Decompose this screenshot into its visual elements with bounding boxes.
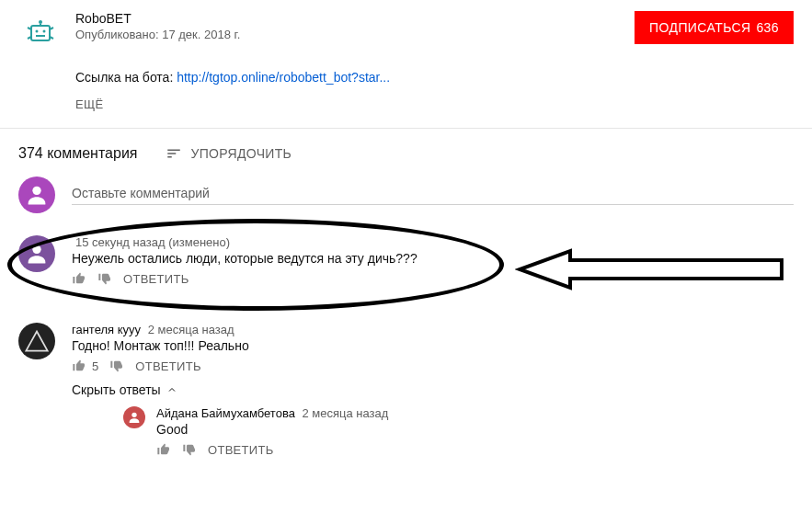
thumb-up-icon[interactable] [72, 359, 86, 373]
comments-count: 374 комментария [18, 145, 138, 162]
svg-point-4 [36, 30, 39, 33]
subscribe-button[interactable]: ПОДПИСАТЬСЯ 636 [635, 11, 794, 44]
comment-time[interactable]: 2 месяца назад [148, 323, 234, 336]
my-avatar[interactable] [18, 177, 55, 213]
comment-text: Годно! Монтаж топ!!! Реально [72, 338, 794, 353]
svg-point-13 [132, 413, 136, 417]
thumb-down-icon[interactable] [109, 359, 124, 373]
triangle-icon [24, 328, 50, 354]
subscribe-label: ПОДПИСАТЬСЯ [649, 20, 750, 35]
reply-avatar[interactable] [123, 406, 145, 428]
video-description: Ссылка на бота: http://tgtop.online/robo… [75, 70, 812, 85]
sort-icon [164, 145, 184, 162]
comment-author[interactable]: гантеля кууу [72, 323, 141, 336]
person-icon [127, 410, 142, 425]
sort-label: УПОРЯДОЧИТЬ [191, 146, 292, 161]
thumb-up-icon[interactable] [72, 271, 86, 286]
reply-time[interactable]: 2 месяца назад [303, 406, 389, 420]
reply-button[interactable]: ОТВЕТИТЬ [123, 272, 189, 286]
channel-name[interactable]: RoboBET [75, 11, 635, 26]
thumb-down-icon[interactable] [97, 271, 112, 286]
person-icon [24, 182, 50, 208]
reply-item: Айдана Баймухамбетова 2 месяца назад Goo… [123, 406, 794, 457]
comment-item: гантеля кууу 2 месяца назад Годно! Монта… [0, 317, 812, 462]
publish-date: Опубликовано: 17 дек. 2018 г. [75, 28, 635, 41]
reply-button[interactable]: ОТВЕТИТЬ [135, 359, 201, 373]
svg-point-2 [39, 20, 42, 24]
svg-point-12 [32, 245, 40, 254]
add-comment-input[interactable]: Оставьте комментарий [72, 186, 794, 205]
commenter-avatar[interactable] [18, 323, 55, 359]
reply-text: Good [156, 422, 388, 437]
svg-rect-0 [18, 11, 63, 55]
comment-text: Неужель остались люди, которые ведутся н… [72, 251, 794, 266]
show-more-button[interactable]: ЕЩЁ [75, 97, 812, 111]
reply-button[interactable]: ОТВЕТИТЬ [208, 443, 274, 457]
chevron-up-icon [166, 384, 177, 395]
person-icon [24, 241, 50, 267]
channel-avatar[interactable] [18, 11, 63, 55]
thumb-up-icon[interactable] [156, 442, 171, 457]
subscribe-count: 636 [756, 20, 779, 35]
svg-point-5 [43, 30, 46, 33]
description-prefix: Ссылка на бота: [75, 70, 177, 85]
hide-replies-button[interactable]: Скрыть ответы [72, 382, 177, 397]
commenter-avatar[interactable] [18, 235, 55, 272]
comment-time[interactable]: 15 секунд назад (изменено) [75, 235, 230, 249]
description-link[interactable]: http://tgtop.online/robobett_bot?star... [177, 70, 390, 85]
comment-item: 15 секунд назад (изменено) Неужель остал… [0, 230, 812, 291]
svg-rect-6 [36, 35, 45, 37]
hide-replies-label: Скрыть ответы [72, 382, 161, 397]
svg-point-11 [32, 187, 40, 195]
sort-button[interactable]: УПОРЯДОЧИТЬ [164, 145, 292, 162]
reply-author[interactable]: Айдана Баймухамбетова [156, 406, 295, 420]
thumb-down-icon[interactable] [182, 442, 197, 457]
like-count: 5 [92, 359, 98, 373]
